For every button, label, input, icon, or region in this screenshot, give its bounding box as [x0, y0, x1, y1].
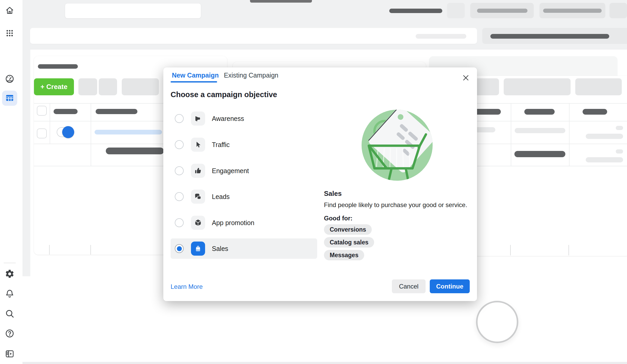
- topbar-icon-button[interactable]: [609, 3, 627, 18]
- sidebar-item-collapse[interactable]: [2, 347, 17, 361]
- duplicate-button-placeholder[interactable]: [78, 78, 97, 95]
- apps-grid-icon: [5, 29, 14, 38]
- create-button[interactable]: + Create: [34, 78, 74, 95]
- collapse-panel-icon: [5, 349, 15, 360]
- edit-button-placeholder[interactable]: [99, 78, 117, 95]
- ads-manager-screen: + Create: [0, 0, 627, 364]
- tab-new-campaign[interactable]: New Campaign: [172, 72, 219, 79]
- table-cell-placeholder: [515, 128, 565, 133]
- column-header-placeholder: [96, 109, 137, 114]
- objective-label: Leads: [212, 193, 230, 201]
- radio-engagement[interactable]: [175, 166, 184, 175]
- toolbar-button-placeholder[interactable]: [575, 78, 622, 95]
- topbar-button-label-placeholder: [543, 9, 602, 13]
- sidebar-item-campaigns-table[interactable]: [2, 91, 17, 105]
- radio-traffic[interactable]: [175, 140, 184, 149]
- megaphone-icon: [191, 111, 205, 126]
- chat-bubbles-icon: [191, 190, 205, 204]
- detail-description: Find people likely to purchase your good…: [324, 201, 473, 209]
- help-icon: [5, 328, 15, 339]
- table-border: [91, 103, 91, 166]
- objective-option-engagement[interactable]: Engagement: [171, 161, 317, 181]
- sidebar-item-settings[interactable]: [2, 267, 17, 281]
- panel-title-placeholder: [38, 64, 78, 69]
- bottom-edge-strip: [22, 362, 627, 364]
- sidebar-item-notifications[interactable]: [2, 287, 17, 301]
- topbar-button-label-placeholder: [477, 9, 527, 13]
- sidebar-item-help[interactable]: [2, 326, 17, 341]
- toolbar-button-placeholder[interactable]: [504, 78, 571, 95]
- row-checkbox[interactable]: [37, 128, 47, 138]
- home-icon: [5, 6, 14, 16]
- radio-leads[interactable]: [175, 192, 184, 201]
- account-name-placeholder: [389, 9, 442, 13]
- active-tab-underline: [171, 81, 217, 83]
- close-button[interactable]: [458, 71, 473, 85]
- learn-more-link[interactable]: Learn More: [171, 283, 203, 290]
- continue-button[interactable]: Continue: [430, 279, 470, 293]
- toggle-knob[interactable]: [62, 126, 74, 138]
- tag-label: Catalog sales: [330, 239, 368, 246]
- sidebar-item-search[interactable]: [2, 307, 17, 321]
- sidebar: [0, 0, 22, 364]
- good-for-tag: Messages: [324, 250, 364, 260]
- cursor-icon: [191, 138, 205, 152]
- global-search-box[interactable]: [65, 3, 201, 19]
- objective-label: Awareness: [212, 115, 244, 122]
- tag-label: Messages: [330, 252, 358, 259]
- loading-spinner-ring: [476, 301, 518, 343]
- objective-label: Engagement: [212, 167, 249, 175]
- table-border: [90, 245, 91, 255]
- radio-sales[interactable]: [175, 244, 184, 253]
- filter-hint-placeholder: [416, 34, 466, 39]
- browser-tab-remnant: [250, 0, 312, 3]
- cancel-button[interactable]: Cancel: [392, 279, 426, 293]
- table-cell-placeholder: [586, 134, 623, 139]
- good-for-label: Good for:: [324, 215, 352, 222]
- more-actions-button-placeholder[interactable]: [122, 78, 159, 95]
- sidebar-item-performance[interactable]: [2, 72, 17, 86]
- table-cell-placeholder: [616, 126, 623, 130]
- notifications-bell-icon: [5, 289, 15, 300]
- settings-gear-icon: [5, 269, 15, 280]
- radio-awareness[interactable]: [175, 114, 184, 123]
- close-icon: [462, 74, 470, 83]
- objective-label: App promotion: [212, 219, 254, 227]
- objective-option-awareness[interactable]: Awareness: [171, 108, 317, 129]
- create-campaign-modal: New Campaign Existing Campaign Choose a …: [163, 67, 477, 301]
- table-cell-placeholder: [514, 151, 565, 157]
- table-cell-placeholder: [616, 149, 623, 154]
- search-icon: [5, 309, 15, 319]
- objective-label: Traffic: [212, 141, 230, 149]
- objective-option-leads[interactable]: Leads: [171, 186, 317, 207]
- radio-app-promotion[interactable]: [175, 218, 184, 227]
- table-border: [568, 245, 569, 255]
- select-all-checkbox[interactable]: [37, 106, 47, 116]
- column-header-placeholder: [583, 109, 607, 115]
- table-border: [569, 103, 570, 166]
- topbar-icon-button[interactable]: [447, 3, 465, 18]
- table-border: [511, 103, 511, 166]
- sidebar-divider: [4, 263, 16, 263]
- create-button-label: + Create: [40, 83, 67, 91]
- good-for-tag: Conversions: [324, 224, 372, 235]
- table-cell-placeholder: [586, 157, 623, 162]
- sidebar-item-apps[interactable]: [2, 26, 17, 41]
- table-border: [510, 245, 511, 255]
- modal-title: Choose a campaign objective: [171, 90, 277, 99]
- objective-option-traffic[interactable]: Traffic: [171, 134, 317, 155]
- table-border: [49, 245, 50, 255]
- campaigns-table-icon: [5, 93, 14, 103]
- column-header-placeholder: [524, 109, 555, 115]
- tag-label: Conversions: [330, 226, 366, 233]
- sidebar-item-home[interactable]: [2, 3, 17, 18]
- objective-option-app-promotion[interactable]: App promotion: [171, 213, 317, 233]
- filter-bar[interactable]: [30, 28, 477, 44]
- detail-heading: Sales: [324, 190, 342, 198]
- cube-icon: [191, 216, 205, 230]
- objective-option-sales[interactable]: Sales: [171, 238, 317, 259]
- shopping-bag-icon: [191, 242, 205, 256]
- date-range-label-placeholder: [490, 34, 609, 39]
- tab-existing-campaign[interactable]: Existing Campaign: [224, 72, 278, 79]
- objective-illustration: [361, 109, 433, 181]
